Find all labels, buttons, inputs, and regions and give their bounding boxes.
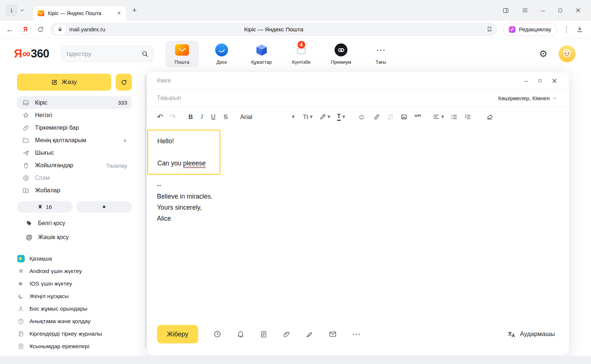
quote-icon[interactable]: “” — [414, 113, 420, 121]
saved-labels-pill[interactable]: 16 — [17, 201, 73, 213]
add-mailbox-button[interactable]: @ Жәшік қосу — [25, 230, 132, 244]
unlink-icon[interactable] — [387, 113, 394, 120]
signature-pen-icon[interactable] — [305, 330, 314, 338]
clear-trash-button[interactable]: Тазалау — [106, 162, 127, 169]
compose-button[interactable]: Жазу — [17, 74, 111, 91]
edit-button[interactable]: Редакциялау — [503, 23, 557, 36]
journal-icon — [17, 330, 25, 337]
browser-menu-icon[interactable] — [522, 7, 528, 14]
attach-paperclip-icon[interactable] — [283, 330, 290, 338]
more-actions-icon[interactable]: ⋯ — [352, 330, 361, 339]
window-maximize-icon[interactable] — [557, 8, 563, 13]
bullet-list-icon[interactable] — [451, 113, 458, 120]
schedule-clock-icon[interactable] — [213, 330, 221, 338]
folder-projects[interactable]: Жобалар — [17, 184, 132, 197]
label-dot-pill[interactable] — [76, 201, 132, 213]
yandex-360-logo[interactable]: Я∞360 — [14, 47, 49, 60]
page-title: Кіріс — Яндекс Пошта — [50, 26, 497, 33]
service-mail[interactable]: Пошта — [165, 41, 199, 67]
help-support-link[interactable]: Анықтама және қолдау — [17, 315, 132, 328]
folder-my-folders[interactable]: Менің қалталарым + — [17, 134, 132, 147]
chevron-down-icon: ▾ — [328, 114, 331, 120]
highlight-color-button[interactable] — [319, 113, 326, 120]
font-size-dropdown[interactable]: Tt — [303, 113, 308, 120]
font-family-dropdown[interactable]: Arial ▾ — [240, 113, 295, 120]
url-bar[interactable]: mail.yandex.ru Кіріс — Яндекс Пошта — [50, 23, 497, 36]
to-field[interactable]: Кімге – × — [147, 72, 569, 90]
service-label: Күнтізбе — [292, 59, 310, 65]
download-icon[interactable] — [576, 25, 584, 33]
compose-close-icon[interactable]: × — [552, 76, 557, 85]
sidebar-scrollbar[interactable] — [145, 74, 146, 348]
tab-list-chevron-button[interactable] — [17, 5, 27, 16]
underline-button[interactable]: U — [211, 113, 216, 120]
folder-spam[interactable]: Спам — [17, 172, 132, 184]
new-tab-button[interactable]: + — [129, 5, 140, 16]
folder-primary[interactable]: Негізгі — [17, 109, 132, 122]
kazakhstan-flag-icon — [17, 255, 25, 262]
compose-toolbar: ↶ ↷ B I U S Arial ▾ Tt ▾ ▾ T ▾ ☺ — [147, 107, 569, 127]
folder-sent[interactable]: Шығыс — [17, 147, 132, 159]
back-icon[interactable]: ← — [6, 25, 14, 34]
window-close-icon[interactable]: × — [576, 6, 581, 15]
add-label-button[interactable]: Белгі қосу — [25, 216, 132, 230]
bookmark-icon[interactable] — [486, 26, 493, 32]
text-color-button[interactable]: T — [337, 113, 341, 120]
cc-from-label: Көшірмелер, Кімнен — [498, 95, 550, 101]
redo-icon[interactable]: ↷ — [170, 113, 176, 120]
strikethrough-button[interactable]: S — [224, 113, 228, 120]
light-version-link[interactable]: Жеңіл нұсқасы — [17, 290, 132, 302]
tab-close-icon[interactable]: × — [116, 10, 122, 17]
reload-icon[interactable] — [37, 26, 44, 33]
folder-trash[interactable]: Жойылғандар Тазалау — [17, 159, 132, 172]
search-icon[interactable] — [141, 50, 148, 57]
translator-button[interactable]: Аудармашы — [507, 330, 555, 339]
service-documents[interactable]: Құжаттар — [245, 41, 279, 67]
reminder-bell-icon[interactable] — [237, 330, 245, 338]
subject-field[interactable]: Тақырып Көшірмелер, Кімнен — [147, 90, 569, 107]
ios-download-link[interactable]: IOS үшін жүктеу — [17, 277, 132, 290]
message-body[interactable]: Hello! Can you pleeese -- Believe in mir… — [147, 127, 569, 224]
undo-icon[interactable]: ↶ — [157, 113, 163, 120]
folder-with-attachments[interactable]: Тіркемелері бар — [17, 122, 132, 134]
template-icon[interactable] — [260, 330, 267, 338]
send-button[interactable]: Жіберу — [157, 325, 198, 343]
numbered-list-icon[interactable] — [464, 113, 471, 120]
search-input[interactable]: Іздестіру — [61, 46, 154, 62]
compose-expand-icon[interactable] — [538, 78, 542, 83]
vacancies-link[interactable]: Бос жұмыс орындары — [17, 302, 132, 315]
side-panel-icon[interactable] — [502, 7, 509, 14]
cc-from-toggle[interactable]: Көшірмелер, Кімнен — [498, 95, 559, 101]
browser-tab[interactable]: Кіріс — Яндекс Пошта × — [33, 6, 126, 21]
user-avatar[interactable] — [559, 45, 576, 62]
signature-line: Alice — [157, 213, 559, 224]
link-label: Жеңіл нұсқасы — [29, 293, 69, 300]
login-journal-link[interactable]: Кіргендерді тіркеу журналы — [17, 328, 132, 340]
envelope-icon[interactable] — [329, 330, 337, 338]
insert-image-icon[interactable] — [401, 113, 408, 120]
android-download-link[interactable]: Android үшін жүктеу — [17, 265, 132, 277]
align-dropdown[interactable] — [433, 113, 440, 120]
more-menu-icon[interactable]: ⋮ — [563, 26, 570, 33]
eraser-icon[interactable] — [486, 113, 493, 120]
service-calendar[interactable]: 4 Күнтізбе — [284, 41, 318, 67]
service-disk[interactable]: Диск — [205, 41, 239, 67]
italic-button[interactable]: I — [201, 113, 203, 120]
emoji-icon[interactable]: ☺ — [358, 113, 365, 120]
service-premium[interactable]: Премиум — [324, 41, 358, 67]
link-icon[interactable] — [373, 113, 380, 120]
service-more[interactable]: ⋯ Тағы — [364, 41, 398, 67]
add-folder-icon[interactable]: + — [123, 137, 127, 144]
settings-gear-icon[interactable]: ⚙ — [539, 49, 548, 59]
tab-count-button[interactable]: 1 — [6, 5, 17, 16]
yandex-browser-icon[interactable]: Я — [20, 24, 31, 35]
compose-minimize-icon[interactable]: – — [524, 77, 528, 84]
refresh-button[interactable] — [116, 74, 132, 91]
recommendation-rules-link[interactable]: Ұсынымдар ережелері — [17, 340, 132, 353]
bold-button[interactable]: B — [189, 113, 193, 120]
premium-service-icon — [335, 43, 347, 56]
logo-infinity-icon: ∞ — [22, 47, 31, 60]
language-link[interactable]: Қазақша — [17, 252, 132, 265]
window-minimize-icon[interactable]: – — [541, 7, 545, 14]
folder-inbox[interactable]: Кіріс 333 — [17, 96, 132, 109]
